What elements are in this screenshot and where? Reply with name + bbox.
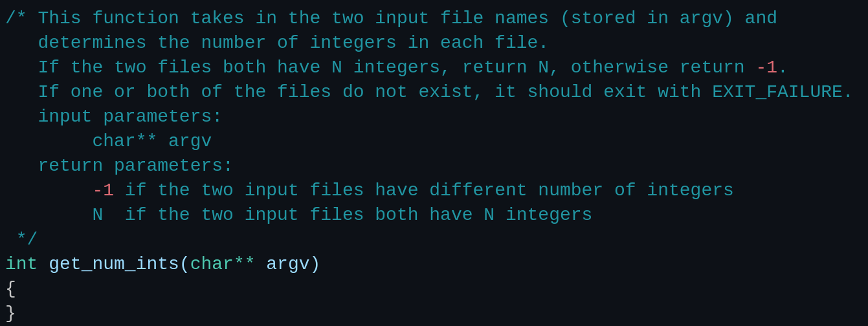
comment-text: determines the number of integers in eac… [5,31,549,56]
int-type: int [5,252,38,277]
comment-text [5,179,92,203]
code-line-11: int get_num_ints(char** argv) [0,252,868,277]
comment-text: If one or both of the files do not exist… [5,80,854,105]
comment-text: /* This function takes in the two input … [5,6,777,31]
comment-text: input parameters: [5,105,223,129]
comment-period: . [777,56,788,80]
code-line-7: return parameters: [0,154,868,179]
negative-one: -1 [755,56,777,80]
comment-close: */ [5,228,38,252]
comment-text: if the two input files have different nu… [114,179,734,203]
code-editor: /* This function takes in the two input … [0,0,868,326]
comment-text: N if the two input files both have N int… [5,203,592,228]
code-line-8: -1 if the two input files have different… [0,179,868,203]
comment-text: If the two files both have N integers, r… [5,56,755,80]
param-name: argv) [256,252,321,277]
code-line-9: N if the two input files both have N int… [0,203,868,228]
code-line-5: input parameters: [0,105,868,129]
func-call: get_num_ints( [38,252,190,277]
code-line-10: */ [0,228,868,252]
code-line-13: } [0,301,868,326]
code-line-4: If one or both of the files do not exist… [0,80,868,105]
comment-text: char** argv [5,129,212,154]
negative-one-return: -1 [92,179,114,203]
code-line-3: If the two files both have N integers, r… [0,56,868,80]
comment-text: return parameters: [5,154,234,179]
code-line-2: determines the number of integers in eac… [0,31,868,56]
code-line-6: char** argv [0,129,868,154]
code-line-1: /* This function takes in the two input … [0,6,868,31]
close-brace: } [5,301,16,326]
code-line-12: { [0,277,868,301]
param-type: char** [190,252,256,277]
open-brace: { [5,277,16,301]
